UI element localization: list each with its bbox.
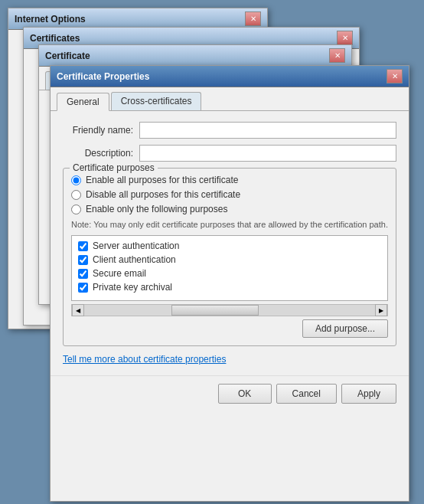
scroll-left-btn[interactable]: ◀: [72, 304, 84, 316]
cert-purposes-list: Server authentication Client authenticat…: [71, 235, 388, 301]
cert-purposes-title: Certificate purposes: [70, 162, 158, 173]
radio-enable-following[interactable]: [71, 205, 81, 214]
cb-secure-email[interactable]: [78, 269, 88, 279]
cert-properties-window: Certificate Properties ✕ General Cross-c…: [50, 65, 409, 502]
dialog-footer: OK Cancel Apply: [51, 375, 409, 411]
cb-secure-email-row[interactable]: Secure email: [78, 268, 381, 279]
cb-server-auth-row[interactable]: Server authentication: [78, 241, 381, 251]
radio-enable-all-row[interactable]: Enable all purposes for this certificate: [71, 175, 388, 185]
cb-private-key-label: Private key archival: [93, 282, 172, 293]
cert-properties-content: Friendly name: Description: Certificate …: [51, 111, 409, 375]
radio-enable-following-row[interactable]: Enable only the following purposes: [71, 204, 388, 214]
ok-button[interactable]: OK: [218, 384, 272, 404]
cert-link-container: Tell me more about certificate propertie…: [63, 354, 396, 365]
apply-button[interactable]: Apply: [341, 384, 396, 404]
cb-server-auth[interactable]: [78, 241, 88, 251]
add-purpose-button[interactable]: Add purpose...: [302, 319, 388, 338]
add-purpose-container: Add purpose...: [71, 319, 388, 338]
certificate-titlebar: Certificate ✕: [39, 45, 351, 67]
cert-purposes-group: Certificate purposes Enable all purposes…: [63, 168, 396, 346]
cb-server-auth-label: Server authentication: [93, 241, 179, 251]
description-label: Description:: [63, 148, 139, 159]
certificates-title: Certificates: [30, 33, 337, 44]
friendly-name-row: Friendly name:: [63, 122, 396, 139]
friendly-name-input[interactable]: [139, 122, 396, 139]
cert-purposes-list-container: Server authentication Client authenticat…: [71, 235, 388, 316]
cert-properties-titlebar: Certificate Properties ✕: [51, 66, 409, 87]
description-input[interactable]: [139, 145, 396, 162]
radio-enable-all[interactable]: [71, 175, 81, 185]
scroll-thumb: [171, 305, 259, 316]
radio-disable-all-row[interactable]: Disable all purposes for this certificat…: [71, 189, 388, 200]
radio-enable-following-label: Enable only the following purposes: [86, 204, 227, 214]
scroll-right-btn[interactable]: ▶: [375, 304, 387, 316]
internet-options-title: Internet Options: [15, 14, 245, 25]
cb-private-key[interactable]: [78, 283, 88, 293]
friendly-name-label: Friendly name:: [63, 125, 139, 136]
description-row: Description:: [63, 145, 396, 162]
cert-learn-more-link[interactable]: Tell me more about certificate propertie…: [63, 354, 226, 365]
certificates-close[interactable]: ✕: [337, 31, 353, 45]
cert-properties-close[interactable]: ✕: [386, 69, 403, 83]
cb-client-auth-row[interactable]: Client authentication: [78, 254, 381, 265]
cert-properties-tab-bar: General Cross-certificates: [51, 87, 409, 111]
cb-private-key-row[interactable]: Private key archival: [78, 282, 381, 293]
tab-cross-certificates[interactable]: Cross-certificates: [111, 92, 202, 110]
cancel-button[interactable]: Cancel: [276, 384, 337, 404]
cert-properties-title: Certificate Properties: [57, 71, 386, 82]
internet-options-close[interactable]: ✕: [245, 11, 261, 26]
certificate-title: Certificate: [45, 51, 329, 61]
cert-note: Note: You may only edit certificate purp…: [71, 219, 388, 231]
cb-secure-email-label: Secure email: [93, 268, 146, 279]
scroll-track: [84, 305, 375, 316]
tab-general-certprop[interactable]: General: [57, 93, 109, 111]
radio-disable-all-label: Disable all purposes for this certificat…: [86, 189, 240, 200]
radio-enable-all-label: Enable all purposes for this certificate: [86, 175, 238, 185]
cb-client-auth-label: Client authentication: [93, 254, 176, 265]
horiz-scrollbar[interactable]: ◀ ▶: [71, 304, 388, 316]
certificate-close[interactable]: ✕: [329, 48, 345, 63]
radio-disable-all[interactable]: [71, 190, 81, 200]
cb-client-auth[interactable]: [78, 255, 88, 265]
